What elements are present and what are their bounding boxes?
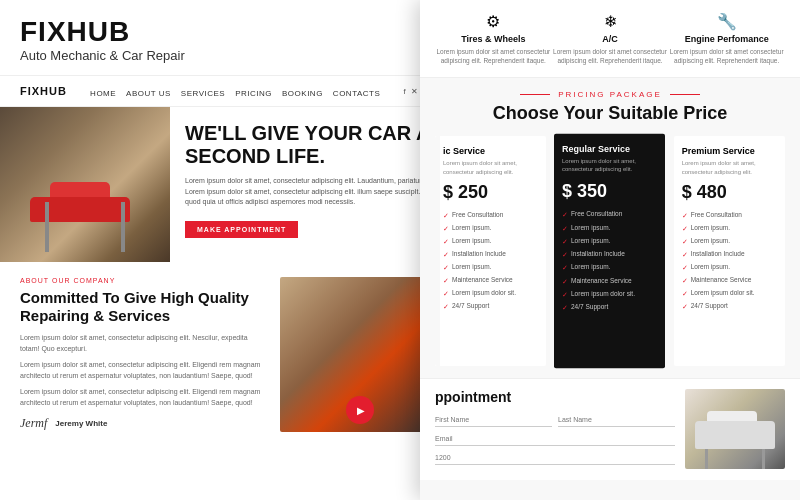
hero-content: WE'LL GIVE YOUR CAR A SECOND LIFE. Lorem… [170, 107, 460, 262]
about-tag: ABOUT OUR COMPANY [20, 277, 265, 284]
basic-feature-8: ✓24/7 Support [443, 302, 538, 311]
regular-features: ✓Free Consultation ✓Lorem ipsum. ✓Lorem … [562, 210, 657, 312]
about-headline: Committed To Give High Quality Repairing… [20, 289, 265, 325]
check-icon: ✓ [443, 290, 449, 298]
lift-pole-right [121, 202, 125, 252]
basic-feature-7: ✓Lorem ipsum dolor sit. [443, 289, 538, 298]
first-name-input[interactable] [435, 413, 552, 427]
about-para-1: Lorem ipsum dolor sit amet, consectetur … [20, 333, 265, 354]
pricing-section: PRICING PACKAGE Choose Your Suitable Pri… [420, 78, 800, 378]
nav-pricing[interactable]: PRICING [235, 89, 272, 98]
tires-name: Tires & Wheels [435, 34, 552, 44]
signature-script: Jermf [20, 416, 47, 431]
last-name-input[interactable] [558, 413, 675, 427]
premium-feature-5: ✓Lorem ipsum. [682, 263, 777, 272]
check-icon: ✓ [562, 277, 568, 285]
play-button[interactable]: ▶ [346, 396, 374, 424]
pricing-headline: Choose Your Suitable Price [435, 103, 785, 124]
appt-lift-left [705, 449, 708, 469]
nav-bar: FIXHUB HOME ABOUT US SERVICES PRICING BO… [0, 75, 460, 107]
service-tires: ⚙ Tires & Wheels Lorem ipsum dolor sit a… [435, 12, 552, 65]
make-appointment-button[interactable]: MAKE APPOINTMENT [185, 221, 298, 238]
nav-links: HOME ABOUT US SERVICES PRICING BOOKING C… [90, 82, 380, 100]
check-icon: ✓ [562, 211, 568, 219]
check-icon: ✓ [443, 212, 449, 220]
brand-header: FIXHUB Auto Mechanic & Car Repair [0, 0, 460, 75]
basic-card-name: ic Service [443, 146, 538, 156]
regular-feature-8: ✓24/7 Support [562, 303, 657, 312]
regular-feature-1: ✓Free Consultation [562, 210, 657, 219]
check-icon: ✓ [562, 238, 568, 246]
basic-feature-2: ✓Lorem ipsum. [443, 224, 538, 233]
regular-feature-6: ✓Maintenance Service [562, 276, 657, 285]
check-icon: ✓ [682, 212, 688, 220]
social-f[interactable]: f [403, 87, 405, 96]
regular-feature-7: ✓Lorem ipsum dolor sit. [562, 290, 657, 299]
engine-icon: 🔧 [668, 12, 785, 31]
basic-feature-1: ✓Free Consultation [443, 211, 538, 220]
check-icon: ✓ [682, 238, 688, 246]
nav-home[interactable]: HOME [90, 89, 116, 98]
service-engine: 🔧 Engine Perfomance Lorem ipsum dolor si… [668, 12, 785, 65]
car-lift-graphic [10, 192, 160, 252]
signature-area: Jermf Jeremy White [20, 416, 265, 431]
appointment-title: ppointment [435, 389, 675, 405]
about-para-3: Lorem ipsum dolor sit amet, consectetur … [20, 387, 265, 408]
about-content: ABOUT OUR COMPANY Committed To Give High… [20, 277, 265, 432]
ac-desc: Lorem ipsum dolor sit amet consectetur a… [552, 47, 669, 65]
check-icon: ✓ [443, 303, 449, 311]
brand-subtitle: Auto Mechanic & Car Repair [20, 48, 440, 63]
phone-input[interactable] [435, 451, 675, 465]
premium-feature-6: ✓Maintenance Service [682, 276, 777, 285]
premium-card-name: Premium Service [682, 146, 777, 156]
check-icon: ✓ [682, 225, 688, 233]
check-icon: ✓ [562, 251, 568, 259]
brand-title: FIXHUB [20, 18, 440, 46]
check-icon: ✓ [682, 251, 688, 259]
regular-feature-5: ✓Lorem ipsum. [562, 263, 657, 272]
nav-about[interactable]: ABOUT US [126, 89, 171, 98]
car-roof [50, 182, 110, 197]
check-icon: ✓ [443, 251, 449, 259]
price-card-regular: Regular Service Lorem ipsum dolor sit am… [554, 134, 665, 369]
service-ac: ❄ A/C Lorem ipsum dolor sit amet consect… [552, 12, 669, 65]
check-icon: ✓ [682, 264, 688, 272]
engine-desc: Lorem ipsum dolor sit amet consectetur a… [668, 47, 785, 65]
check-icon: ✓ [562, 304, 568, 312]
nav-services[interactable]: SERVICES [181, 89, 225, 98]
regular-feature-4: ✓Installation Include [562, 250, 657, 259]
ac-name: A/C [552, 34, 669, 44]
nav-logo: FIXHUB [20, 85, 67, 97]
premium-feature-2: ✓Lorem ipsum. [682, 224, 777, 233]
nav-booking[interactable]: BOOKING [282, 89, 323, 98]
price-card-basic: ic Service Lorem ipsum dolor sit amet, c… [435, 136, 546, 366]
social-x[interactable]: ✕ [411, 87, 418, 96]
basic-card-price: $ 250 [443, 182, 538, 203]
appt-lift-right [762, 449, 765, 469]
appt-car-body [695, 421, 775, 449]
premium-feature-8: ✓24/7 Support [682, 302, 777, 311]
lift-pole-left [45, 202, 49, 252]
regular-card-name: Regular Service [562, 144, 657, 154]
left-panel: FIXHUB Auto Mechanic & Car Repair FIXHUB… [0, 0, 460, 500]
name-row [435, 413, 675, 427]
nav-contacts[interactable]: CONTACTS [333, 89, 380, 98]
services-row: ⚙ Tires & Wheels Lorem ipsum dolor sit a… [420, 0, 800, 78]
appointment-image [685, 389, 785, 469]
engine-name: Engine Perfomance [668, 34, 785, 44]
hero-image [0, 107, 170, 262]
check-icon: ✓ [443, 277, 449, 285]
basic-feature-3: ✓Lorem ipsum. [443, 237, 538, 246]
premium-feature-4: ✓Installation Include [682, 250, 777, 259]
email-input[interactable] [435, 432, 675, 446]
hero-headline: WE'LL GIVE YOUR CAR A SECOND LIFE. [185, 122, 445, 168]
check-icon: ✓ [562, 264, 568, 272]
basic-features: ✓Free Consultation ✓Lorem ipsum. ✓Lorem … [443, 211, 538, 311]
premium-feature-1: ✓Free Consultation [682, 211, 777, 220]
premium-card-desc: Lorem ipsum dolor sit amet, consectetur … [682, 159, 777, 176]
check-icon: ✓ [443, 264, 449, 272]
premium-feature-7: ✓Lorem ipsum dolor sit. [682, 289, 777, 298]
premium-feature-3: ✓Lorem ipsum. [682, 237, 777, 246]
check-icon: ✓ [562, 224, 568, 232]
regular-feature-3: ✓Lorem ipsum. [562, 237, 657, 246]
